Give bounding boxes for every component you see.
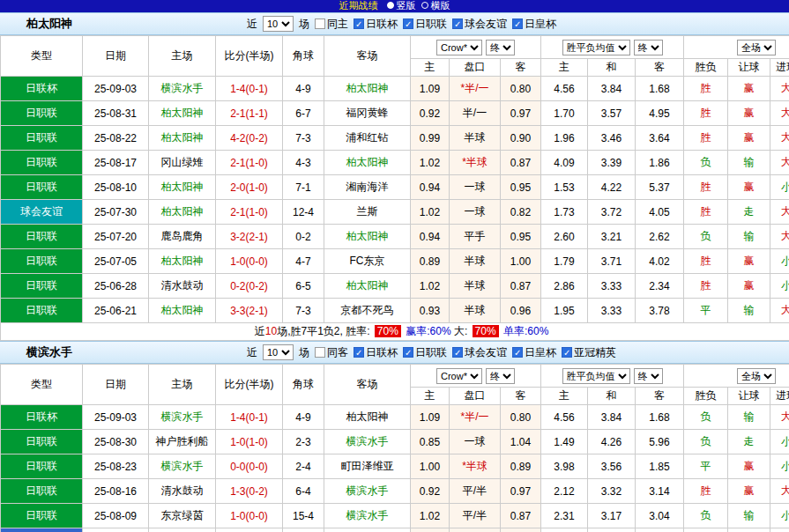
avg-home: 2.86: [541, 274, 588, 299]
avg-draw: 3.21: [588, 225, 636, 249]
league-filter-checkbox[interactable]: 日皇杯: [512, 345, 556, 360]
goals-result: 大: [770, 405, 789, 430]
home-odds: 0.94: [411, 225, 450, 249]
league-badge: 日职联: [1, 299, 83, 323]
result: 胜: [684, 274, 728, 299]
away-odds: 0.90: [501, 126, 541, 151]
checkbox-label: 日皇杯: [525, 17, 556, 32]
home-team: 冈山绿雉: [149, 151, 216, 175]
match-date: 25-07-20: [83, 225, 149, 249]
col-corners: 角球: [283, 36, 324, 77]
away-team: 兰斯: [324, 200, 411, 225]
avg-draw: 3.33: [588, 274, 636, 299]
league-filter-checkbox[interactable]: 日职联: [403, 17, 447, 32]
avg-draw: 3.84: [588, 77, 636, 101]
avg-group-header: 胜平负均值终: [541, 36, 684, 59]
same-venue-checkbox[interactable]: 同客: [315, 345, 348, 360]
league-filter-checkbox[interactable]: 亚冠精英: [562, 345, 616, 360]
away-team: FC东京: [324, 249, 411, 274]
match-date: 25-07-30: [83, 200, 149, 225]
score: 2-1(1-1): [216, 101, 283, 126]
col-odds-away: 客: [501, 59, 541, 77]
checkbox-label: 同主: [327, 17, 348, 32]
league-filter-checkbox[interactable]: 日联杯: [354, 345, 398, 360]
recent-count-select[interactable]: 10: [263, 344, 294, 360]
score: 1-0(0-0): [216, 249, 283, 274]
match-row: 日职联 25-07-05 柏太阳神 1-0(0-0) 4-7 FC东京 0.89…: [1, 249, 789, 274]
home-team: 东京绿茵: [149, 504, 216, 528]
match-date: 25-08-17: [83, 151, 149, 175]
same-venue-checkbox[interactable]: 同主: [315, 17, 348, 32]
avg-away: 4.05: [636, 200, 684, 225]
goals-result: [770, 528, 789, 532]
col-avg-away: 客: [636, 388, 684, 405]
league-filter-checkbox[interactable]: 日联杯: [354, 17, 398, 32]
avg-select[interactable]: 胜平负均值: [562, 40, 630, 55]
league-filter-checkbox[interactable]: 日职联: [403, 345, 447, 360]
score: 2-0(1-0): [216, 175, 283, 200]
col-avg-home: 主: [541, 388, 588, 405]
league-filter-checkbox[interactable]: 球会友谊: [452, 17, 507, 32]
match-row: 日职联 25-06-21 柏太阳神 3-3(2-1) 7-3 京都不死鸟 0.9…: [1, 299, 789, 323]
goals-result: 小: [770, 175, 789, 200]
corners: [283, 528, 324, 532]
col-odds-home: 主: [411, 388, 450, 405]
result-group-header: 全场: [684, 36, 789, 59]
odds-company-select[interactable]: Crow*: [436, 40, 482, 55]
scope-select[interactable]: 全场: [737, 40, 776, 55]
col-away: 客场: [324, 36, 411, 77]
layout-vertical-label[interactable]: 竖版: [397, 0, 416, 11]
match-date: 25-08-22: [83, 126, 149, 151]
col-home: 主场: [149, 365, 216, 405]
home-team: 柏太阳神: [149, 175, 216, 200]
away-team: 横滨水手: [324, 430, 411, 454]
checkbox-checked-icon: [354, 347, 364, 358]
col-date: 日期: [83, 36, 149, 77]
odds-final-select[interactable]: 终: [486, 368, 515, 384]
scope-select[interactable]: 全场: [737, 368, 776, 384]
col-type: 类型: [1, 365, 83, 405]
avg-draw: 3.32: [588, 479, 636, 504]
handicap: 一球: [450, 430, 501, 454]
odds-final-select[interactable]: 终: [486, 40, 515, 55]
result: 胜: [684, 200, 728, 225]
score: [216, 528, 283, 532]
radio-vertical-icon[interactable]: [387, 2, 394, 9]
checkbox-label: 同客: [327, 345, 348, 360]
goals-result: 大: [770, 200, 789, 225]
league-filter-checkbox[interactable]: 日皇杯: [512, 17, 556, 32]
handicap: 半球: [450, 299, 501, 323]
checkbox-checked-icon: [452, 347, 463, 358]
league-filter-checkbox[interactable]: 球会友谊: [452, 345, 507, 360]
home-odds: 1.02: [411, 151, 450, 175]
result: 负: [684, 504, 728, 528]
result: 胜: [684, 126, 728, 151]
corners: 15-4: [283, 504, 324, 528]
avg-select[interactable]: 胜平负均值: [562, 368, 630, 384]
away-team: 横滨水手: [324, 504, 411, 528]
handicap: 半球: [450, 126, 501, 151]
away-team: 柏太阳神: [324, 405, 411, 430]
avg-away: 2.34: [636, 274, 684, 299]
league-badge: 日联杯: [1, 77, 83, 101]
layout-horizontal-label[interactable]: 横版: [431, 0, 450, 11]
odds-company-select[interactable]: Crow*: [436, 368, 482, 384]
avg-home: 1.53: [541, 175, 588, 200]
radio-horizontal-icon[interactable]: [421, 2, 428, 9]
away-team: 柏太阳神: [324, 151, 411, 175]
corners: 7-3: [283, 126, 324, 151]
avg-home: 4.56: [541, 405, 588, 430]
league-badge: 日职联: [1, 225, 83, 249]
home-team: [149, 528, 216, 532]
match-row: 日联杯 25-09-03 横滨水手 1-4(0-1) 4-9 柏太阳神 1.09…: [1, 77, 789, 101]
col-avg-draw: 和: [588, 388, 636, 405]
score: 1-4(0-1): [216, 77, 283, 101]
top-nav-bar: 近期战绩竖版横版: [0, 0, 789, 12]
checkbox-checked-icon: [512, 18, 523, 29]
avg-final-select[interactable]: 终: [634, 40, 663, 55]
away-team: 横滨水手: [324, 479, 411, 504]
avg-draw: 3.57: [588, 101, 636, 126]
league-badge: 日职联: [1, 274, 83, 299]
avg-final-select[interactable]: 终: [634, 368, 663, 384]
recent-count-select[interactable]: 10: [263, 16, 294, 32]
